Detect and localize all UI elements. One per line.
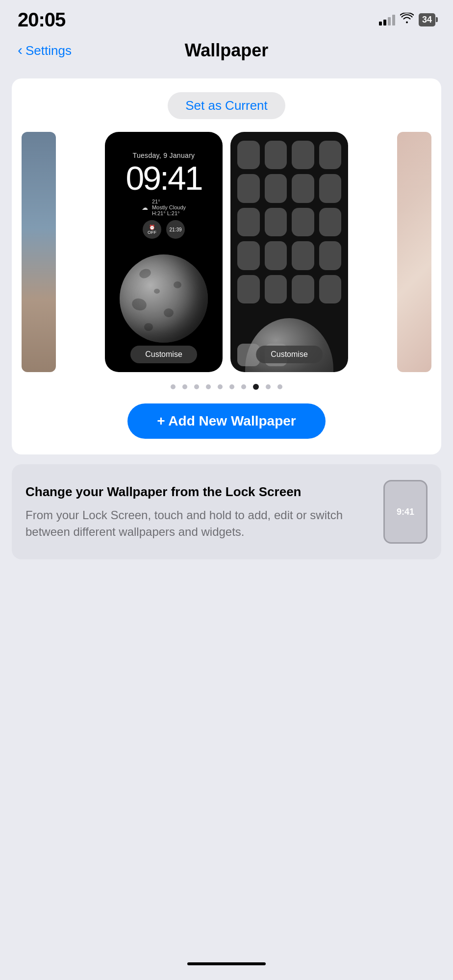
home-icon (292, 275, 314, 303)
home-icon (237, 208, 260, 236)
signal-icon (379, 14, 395, 25)
home-icon (292, 141, 314, 169)
set-current-button[interactable]: Set as Current (168, 92, 285, 119)
wifi-icon (400, 13, 414, 26)
weather-detail: H:21° L:21° (152, 210, 186, 216)
home-dock: Customise (230, 308, 348, 372)
home-icon (292, 241, 314, 270)
status-bar: 20:05 34 (0, 0, 453, 35)
weather-desc: Mostly Cloudy (152, 204, 186, 210)
dot-2[interactable] (182, 384, 187, 389)
dot-8-active[interactable] (253, 384, 259, 390)
info-card: Change your Wallpaper from the Lock Scre… (12, 464, 441, 559)
home-icon (292, 208, 314, 236)
home-icon (265, 275, 287, 303)
dot-4[interactable] (206, 384, 211, 389)
wallpaper-card: Set as Current Tuesday, 9 January 09:41 … (12, 78, 441, 454)
home-screen-preview[interactable]: Customise (230, 132, 348, 372)
wallpaper-previews: Tuesday, 9 January 09:41 ☁ 21° Mostly Cl… (22, 132, 431, 372)
home-icon (319, 275, 342, 303)
add-wallpaper-button[interactable]: + Add New Wallpaper (127, 403, 325, 439)
dot-3[interactable] (194, 384, 199, 389)
cloud-icon: ☁ (142, 204, 148, 211)
home-icon (265, 241, 287, 270)
home-indicator (0, 953, 453, 980)
wallpaper-main-previews: Tuesday, 9 January 09:41 ☁ 21° Mostly Cl… (56, 132, 397, 372)
lock-screen-widgets: ⏰ OFF 21:39 (143, 220, 185, 239)
info-description: From your Lock Screen, touch and hold to… (25, 507, 374, 540)
page-title: Wallpaper (185, 40, 269, 61)
home-icon (265, 208, 287, 236)
home-icon (237, 241, 260, 270)
info-text-container: Change your Wallpaper from the Lock Scre… (25, 484, 374, 540)
info-phone-time: 9:41 (397, 507, 414, 517)
lock-screen-time: 09:41 (126, 161, 201, 195)
info-title: Change your Wallpaper from the Lock Scre… (25, 484, 374, 501)
dot-1[interactable] (171, 384, 176, 389)
chevron-left-icon: ‹ (18, 43, 23, 57)
moon-image (120, 254, 208, 343)
wallpaper-next-right[interactable] (397, 132, 431, 372)
add-wallpaper-container: + Add New Wallpaper (22, 403, 431, 439)
weather-temp: 21° (152, 199, 186, 204)
moon-circle (120, 254, 208, 343)
home-icon (319, 241, 342, 270)
widget-time: 21:39 (169, 227, 181, 232)
info-phone-illustration: 9:41 (383, 480, 428, 544)
lock-screen-date: Tuesday, 9 January (133, 151, 195, 159)
status-time: 20:05 (18, 9, 65, 31)
home-icon (319, 208, 342, 236)
status-icons: 34 (379, 13, 435, 26)
lock-screen-weather: ☁ 21° Mostly Cloudy H:21° L:21° (142, 199, 186, 216)
home-bar (187, 962, 266, 965)
home-icon (237, 174, 260, 202)
alarm-status: OFF (148, 230, 156, 235)
lock-screen: Tuesday, 9 January 09:41 ☁ 21° Mostly Cl… (105, 132, 223, 372)
home-icon (319, 174, 342, 202)
back-label: Settings (25, 43, 72, 58)
lock-screen-customise-button[interactable]: Customise (130, 346, 197, 363)
home-screen: Customise (230, 132, 348, 372)
home-icon (237, 275, 260, 303)
dot-9[interactable] (266, 384, 271, 389)
home-icon (237, 141, 260, 169)
nav-bar: ‹ Settings Wallpaper (0, 35, 453, 71)
home-icon (265, 141, 287, 169)
set-current-container: Set as Current (22, 92, 431, 119)
dot-10[interactable] (277, 384, 282, 389)
back-button[interactable]: ‹ Settings (18, 43, 72, 58)
battery-level: 34 (422, 15, 432, 25)
alarm-widget: ⏰ OFF (143, 220, 161, 239)
home-icon (265, 174, 287, 202)
dot-5[interactable] (218, 384, 223, 389)
lock-screen-preview[interactable]: Tuesday, 9 January 09:41 ☁ 21° Mostly Cl… (105, 132, 223, 372)
dot-6[interactable] (229, 384, 234, 389)
battery-icon: 34 (419, 13, 435, 26)
dot-7[interactable] (241, 384, 246, 389)
home-icon (319, 141, 342, 169)
home-icon (292, 174, 314, 202)
alarm-icon: ⏰ (149, 225, 155, 230)
time-widget: 21:39 (166, 220, 185, 239)
wallpaper-prev-left[interactable] (22, 132, 56, 372)
page-indicator (22, 384, 431, 390)
home-screen-customise-button[interactable]: Customise (256, 346, 323, 363)
home-icons-grid (230, 132, 348, 308)
